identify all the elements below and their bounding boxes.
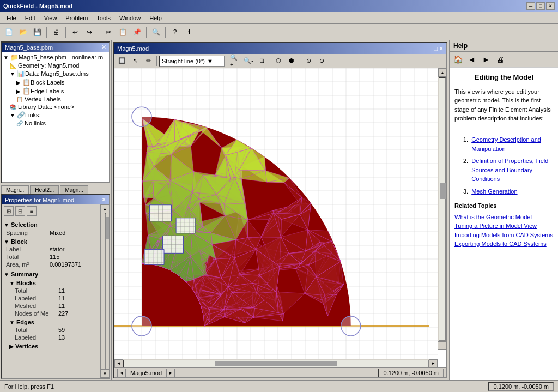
menu-help[interactable]: Help	[145, 14, 166, 22]
help-link-geometry[interactable]: Geometry Description and Manipulation	[471, 135, 554, 153]
blocks-nodes-row: Nodes of Me 227	[4, 310, 99, 317]
paste-button[interactable]: 📌	[130, 26, 143, 39]
solve-btn[interactable]: ⊙	[302, 55, 314, 67]
menu-file[interactable]: File	[2, 14, 21, 22]
help-link-tuning[interactable]: Tuning a Picture in Model View	[454, 222, 537, 229]
model-maximize[interactable]: □	[434, 45, 438, 52]
menu-window[interactable]: Window	[115, 14, 145, 22]
tab-magn3[interactable]: Magn...	[60, 185, 88, 194]
blocks-labeled-row: Labeled 11	[4, 294, 99, 302]
maximize-button[interactable]: □	[536, 2, 545, 10]
file-tree-minimize[interactable]: ─	[96, 44, 100, 51]
canvas-hscroll-track[interactable]	[123, 360, 429, 367]
blocks-nodes-label: Nodes of Me	[15, 310, 58, 317]
props-icon-3[interactable]: ≡	[27, 206, 37, 216]
help-link-export-cad[interactable]: Exporting Models to CAD Systems	[454, 240, 547, 247]
help-link-definition[interactable]: Definition of Properties, Field Sources …	[471, 156, 554, 184]
tree-item-root[interactable]: ▼ 📁 Magn5_base.pbm - nonlinear m	[3, 53, 108, 62]
blocks-subgroup-header[interactable]: ▼ Blocks	[4, 279, 99, 287]
scroll-down-arrow[interactable]: ▼	[101, 369, 110, 378]
canvas-scroll-up[interactable]: ▲	[438, 68, 446, 77]
spacing-row: Spacing Mixed	[4, 229, 99, 237]
copy-button[interactable]: 📋	[116, 26, 129, 39]
help-print-button[interactable]: 🖨	[494, 53, 506, 65]
cut-button[interactable]: ✂	[102, 26, 115, 39]
model-close[interactable]: ✕	[439, 45, 444, 52]
zoom-in-button[interactable]: 🔍	[149, 26, 162, 39]
open-button[interactable]: 📂	[16, 26, 29, 39]
scroll-up-arrow[interactable]: ▲	[101, 204, 110, 213]
help-home-button[interactable]: 🏠	[452, 53, 464, 65]
model-cursor-btn[interactable]: ↖	[129, 55, 141, 67]
redo-button[interactable]: ↪	[83, 26, 96, 39]
close-button[interactable]: ✕	[546, 2, 555, 10]
blocks-nodes-value: 227	[58, 310, 68, 317]
tab-magn1[interactable]: Magn...	[1, 185, 29, 194]
canvas-scroll-right[interactable]: ►	[429, 359, 438, 368]
model-select-btn[interactable]: 🔲	[116, 55, 128, 67]
tree-item-edge-labels[interactable]: ▶ 📋 Edge Labels	[3, 87, 108, 95]
menu-bar: File Edit View Problem Tools Window Help	[0, 12, 558, 24]
block-group-header[interactable]: ▼ Block	[4, 238, 99, 245]
model-draw-btn[interactable]: ✏	[142, 55, 154, 67]
tree-item-library[interactable]: 📚 Library Data: <none>	[3, 103, 108, 111]
main-toolbar: 📄 📂 💾 🖨 ↩ ↪ ✂ 📋 📌 🔍 ? ℹ	[0, 24, 558, 40]
new-button[interactable]: 📄	[2, 26, 15, 39]
summary-group-header[interactable]: ▼ Summary	[4, 270, 99, 278]
edge-labels-expand-icon: ▶	[16, 88, 21, 94]
edges-subgroup-header[interactable]: ▼ Edges	[4, 318, 99, 326]
menu-tools[interactable]: Tools	[92, 14, 115, 22]
mesh-btn[interactable]: ⬡	[272, 55, 284, 67]
help-list-item-3: 3. Mesh Generation	[463, 187, 554, 196]
tree-item-vertex-labels[interactable]: 📋 Vertex Labels	[3, 95, 108, 103]
print-button[interactable]: 🖨	[50, 26, 63, 39]
tree-item-data[interactable]: ▼ 📊 Data: Magn5_base.dms	[3, 69, 108, 78]
summary-collapse-icon: ▼	[4, 272, 9, 278]
tree-item-links[interactable]: ▼ 🔗 Links:	[3, 111, 108, 119]
tree-item-geometry[interactable]: 📐 Geometry: Magn5.mod	[3, 62, 108, 69]
tree-item-block-labels[interactable]: ▶ 📋 Block Labels	[3, 78, 108, 87]
canvas-hscrollbar[interactable]: ◄ ►	[114, 359, 438, 367]
help-link-import-cad[interactable]: Importing Models from CAD Systems	[454, 232, 553, 238]
vertices-collapse-icon: ▶	[9, 343, 14, 349]
menu-problem[interactable]: Problem	[61, 14, 92, 22]
props-vscrollbar[interactable]: ▲ ▼	[100, 204, 109, 378]
tree-item-library-label: Library Data: <none>	[18, 104, 74, 110]
canvas-scroll-left[interactable]: ◄	[114, 359, 123, 368]
view-btn[interactable]: ⊕	[316, 55, 327, 67]
props-close[interactable]: ✕	[101, 196, 106, 203]
help-back-button[interactable]: ◄	[466, 53, 478, 65]
info-button[interactable]: ℹ	[183, 26, 196, 39]
line-selector[interactable]: Straight line (0°) ▼	[159, 56, 225, 67]
save-button[interactable]: 💾	[31, 26, 44, 39]
help-forward-button[interactable]: ►	[480, 53, 492, 65]
blocks-collapse-icon: ▼	[9, 280, 15, 286]
file-tree-close[interactable]: ✕	[101, 44, 106, 51]
props-icon-2[interactable]: ⊟	[15, 206, 25, 216]
zoom-fit-btn[interactable]: ⊞	[256, 55, 268, 67]
zoom-out-btn[interactable]: 🔍-	[242, 55, 254, 67]
help-button[interactable]: ?	[168, 26, 181, 39]
vertices-subgroup-header[interactable]: ▶ Vertices	[4, 342, 99, 350]
minimize-button[interactable]: ─	[526, 2, 535, 10]
status-left-arrow[interactable]: ◄	[117, 369, 126, 377]
props-minimize[interactable]: ─	[96, 196, 100, 203]
canvas-vscrollbar[interactable]: ▲ ▼	[438, 68, 446, 350]
model-minimize[interactable]: ─	[429, 45, 433, 52]
menu-view[interactable]: View	[40, 14, 62, 22]
tree-item-no-links[interactable]: 🔗 No links	[3, 119, 108, 127]
canvas-vscroll-thumb[interactable]	[440, 183, 446, 199]
help-link-mesh[interactable]: Mesh Generation	[471, 187, 517, 196]
canvas-area[interactable]: ▲ ▼	[114, 68, 446, 359]
props-icon-1[interactable]: ⊞	[4, 206, 14, 216]
selection-section-header[interactable]: ▼ Selection	[4, 220, 99, 229]
tab-heat2[interactable]: Heat2...	[30, 185, 59, 194]
status-right-arrow[interactable]: ►	[166, 369, 175, 377]
canvas-hscroll-thumb[interactable]	[215, 361, 337, 366]
menu-edit[interactable]: Edit	[21, 14, 40, 22]
undo-button[interactable]: ↩	[69, 26, 82, 39]
help-link-geometric-model[interactable]: What is the Geometric Model	[454, 214, 532, 220]
mesh-clear-btn[interactable]: ⬢	[286, 55, 298, 67]
zoom-in-btn[interactable]: 🔍+	[229, 55, 241, 67]
scroll-thumb[interactable]	[106, 217, 110, 239]
